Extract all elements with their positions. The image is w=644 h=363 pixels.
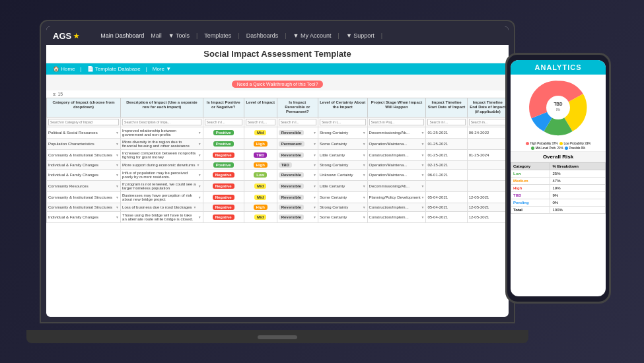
cell-stage[interactable]: Construction/Implem...▼: [367, 211, 426, 222]
cell-level[interactable]: TBD: [244, 149, 277, 160]
cell-reversible[interactable]: Reversible▼: [277, 191, 318, 203]
cell-certainty[interactable]: Little Certainty▼: [318, 180, 367, 191]
search-cell-reversible[interactable]: [277, 117, 318, 127]
cell-impact-type[interactable]: Negative: [203, 211, 244, 222]
cell-certainty[interactable]: Some Certainty▼: [318, 138, 367, 149]
search-input-certainty[interactable]: [320, 119, 366, 125]
cell-impact-type[interactable]: Positive: [203, 160, 244, 169]
cell-reversible[interactable]: TBD▼: [277, 160, 318, 169]
cell-certainty[interactable]: Little Certainty▼: [318, 149, 367, 160]
table-body: Political & Social Resources▼Improved re…: [47, 127, 509, 222]
cell-stage[interactable]: Planning/Policy Development▼: [367, 191, 426, 203]
cell-stage[interactable]: Operation/Maintena...▼: [367, 169, 426, 180]
table-search-row: [47, 117, 509, 127]
search-cell-stage[interactable]: [367, 117, 426, 127]
search-input-impact[interactable]: [205, 119, 242, 125]
cell-reversible[interactable]: Reversible▼: [277, 149, 318, 160]
search-input-start[interactable]: [427, 119, 465, 125]
cell-reversible[interactable]: Reversible▼: [277, 169, 318, 180]
cell-impact-type[interactable]: Positive: [203, 138, 244, 149]
col-header-stage: Project Stage When Impact Will Happen: [367, 98, 426, 117]
cell-impact-type[interactable]: Negative: [203, 203, 244, 211]
table-row: Individual & Family Changes▼More support…: [47, 160, 509, 169]
cell-category[interactable]: Community & Institutional Structures▼: [47, 191, 121, 203]
cell-impact-type[interactable]: Negative: [203, 191, 244, 203]
nav-support[interactable]: ▼ Support: [346, 32, 375, 39]
logo-text: AGS: [53, 31, 71, 41]
search-input-reversible[interactable]: [279, 119, 316, 125]
cell-category[interactable]: Community & Institutional Structures▼: [47, 149, 121, 160]
nav-tools[interactable]: ▼ Tools: [168, 32, 190, 39]
cell-level[interactable]: Mid: [244, 191, 277, 203]
cell-certainty[interactable]: Some Certainty▼: [318, 191, 367, 203]
cell-level[interactable]: High: [244, 160, 277, 169]
search-cell-level[interactable]: [244, 117, 277, 127]
cell-stage[interactable]: Operation/Maintena...▼: [367, 160, 426, 169]
more-button[interactable]: More ▼: [153, 66, 171, 72]
cell-reversible[interactable]: Permanent▼: [277, 138, 318, 149]
cell-level[interactable]: Mid: [244, 180, 277, 191]
cell-category[interactable]: Population Characteristics▼: [47, 138, 121, 149]
search-input-end[interactable]: [469, 119, 507, 125]
search-input-stage[interactable]: [369, 119, 425, 125]
cell-impact-type[interactable]: Positive: [203, 127, 244, 138]
cell-impact-type[interactable]: Negative: [203, 169, 244, 180]
cell-certainty[interactable]: Strong Certainty▼: [318, 127, 367, 138]
search-cell-certainty[interactable]: [318, 117, 367, 127]
search-cell-end[interactable]: [467, 117, 508, 127]
cell-category[interactable]: Community Resources▼: [47, 180, 121, 191]
breadcrumb-sep-2: |: [146, 66, 147, 72]
walkthrough-button[interactable]: Need a Quick Walkthrough of this Tool?: [232, 81, 324, 88]
cell-category[interactable]: Political & Social Resources▼: [47, 127, 121, 138]
search-cell-impact[interactable]: [203, 117, 244, 127]
breadcrumb-template-db[interactable]: 📄 Template Database: [87, 66, 141, 72]
pie-container: TBD 0%: [511, 75, 606, 141]
cell-reversible[interactable]: Reversible▼: [277, 180, 318, 191]
nav-dashboards[interactable]: Dashboards: [246, 32, 279, 39]
nav-main-dashboard[interactable]: Main Dashboard: [100, 32, 144, 39]
cell-level[interactable]: High: [244, 138, 277, 149]
cell-certainty[interactable]: Some Certainty▼: [318, 211, 367, 222]
cell-category[interactable]: Individual & Family Changes▼: [47, 169, 121, 180]
cell-reversible[interactable]: Reversible▼: [277, 203, 318, 211]
legend-dot-high: [526, 142, 529, 145]
cell-stage[interactable]: Construction/Implem...▼: [367, 203, 426, 211]
breadcrumb-home[interactable]: 🏠 Home: [53, 66, 75, 72]
search-input-description[interactable]: [122, 119, 201, 125]
search-cell-category[interactable]: [47, 117, 121, 127]
pie-center: [546, 96, 570, 119]
cell-stage[interactable]: Decommissioning/Ab...▼: [367, 127, 426, 138]
cell-category[interactable]: Community & Institutional Structures▼: [47, 203, 121, 211]
cell-certainty[interactable]: Unknown Certainty▼: [318, 169, 367, 180]
cell-stage[interactable]: Decommissioning/Ab...▼: [367, 180, 426, 191]
cell-level[interactable]: Mid: [244, 127, 277, 138]
cell-category[interactable]: Individual & Family Changes▼: [47, 160, 121, 169]
search-input-category[interactable]: [48, 119, 119, 125]
cell-description: Loss of business due to road blockages▼: [121, 203, 203, 211]
cell-certainty[interactable]: Strong Certainty▼: [318, 160, 367, 169]
cell-end-date: 12-05-2021: [467, 203, 508, 211]
cell-impact-type[interactable]: Negative: [203, 180, 244, 191]
nav-mail[interactable]: Mail: [151, 32, 162, 39]
search-input-level[interactable]: [246, 119, 275, 125]
cell-stage[interactable]: Construction/Implem...▼: [367, 149, 426, 160]
search-cell-description[interactable]: [121, 117, 203, 127]
cell-impact-type[interactable]: Negative: [203, 149, 244, 160]
cell-stage[interactable]: Operation/Maintena...▼: [367, 138, 426, 149]
cell-level[interactable]: Mid: [244, 211, 277, 222]
nav-divider-4: |: [338, 32, 340, 39]
table-scroll-container[interactable]: Category of Impact (choose from dropdown…: [46, 98, 509, 223]
search-cell-start[interactable]: [426, 117, 467, 127]
cell-level[interactable]: High: [244, 203, 277, 211]
cell-level[interactable]: Low: [244, 169, 277, 180]
nav-my-account[interactable]: ▼ My Account: [293, 32, 332, 39]
cell-start-date: 01-25-2021: [426, 149, 467, 160]
cell-reversible[interactable]: Reversible▼: [277, 211, 318, 222]
pie-legend: High Probability 37% Low Probability 33%…: [511, 141, 606, 151]
cell-certainty[interactable]: Strong Certainty▼: [318, 203, 367, 211]
breadcrumb-sep-1: |: [81, 66, 82, 72]
cell-reversible[interactable]: Reversible▼: [277, 127, 318, 138]
nav-templates[interactable]: Templates: [204, 32, 231, 39]
cell-category[interactable]: Individual & Family Changes▼: [47, 211, 121, 222]
risk-table-row: Pending0%: [511, 199, 606, 207]
